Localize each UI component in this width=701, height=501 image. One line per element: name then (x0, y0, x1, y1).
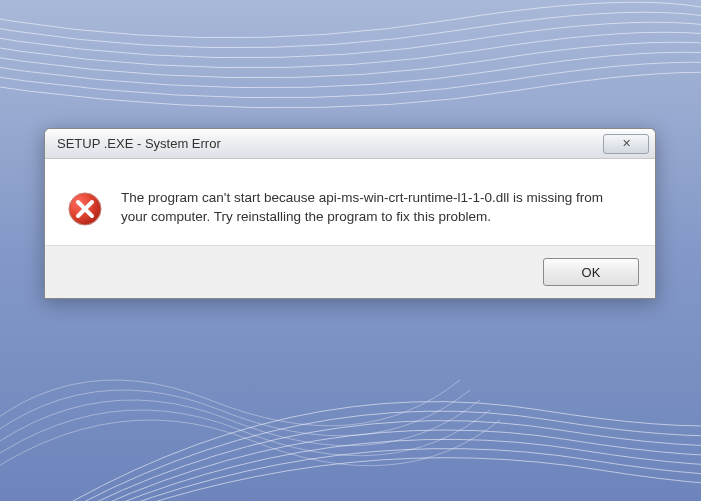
dialog-body: The program can't start because api-ms-w… (45, 159, 655, 245)
error-dialog: SETUP .EXE - System Error ✕ The program … (44, 128, 656, 299)
error-icon (67, 191, 103, 227)
close-icon: ✕ (622, 137, 631, 150)
error-message: The program can't start because api-ms-w… (121, 189, 633, 227)
dialog-titlebar[interactable]: SETUP .EXE - System Error ✕ (45, 129, 655, 159)
dialog-footer: OK (45, 245, 655, 298)
ok-button[interactable]: OK (543, 258, 639, 286)
close-button[interactable]: ✕ (603, 134, 649, 154)
dialog-title: SETUP .EXE - System Error (57, 136, 603, 151)
